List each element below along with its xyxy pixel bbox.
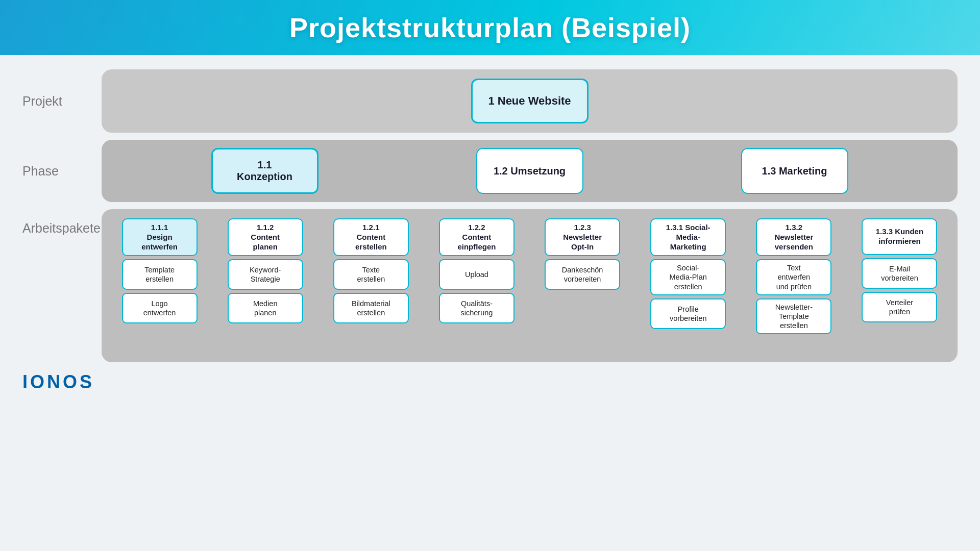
- wp-group-1-3-1: 1.3.1 Social-Media-Marketing Social-Medi…: [638, 218, 739, 329]
- phase-1-3-box: 1.3 Marketing: [741, 148, 848, 194]
- phase-1-2-box: 1.2 Umsetzung: [476, 148, 583, 194]
- phase-row: Phase 1.1Konzeption 1.2 Umsetzung 1.3 Ma…: [22, 140, 958, 202]
- wp-1-3-3-box: 1.3.3 Kundeninformieren: [862, 218, 937, 255]
- wp-1-2-3-box: 1.2.3NewsletterOpt-In: [545, 218, 620, 256]
- task-1-2-3-1: Dankeschönvorbereiten: [545, 259, 620, 290]
- arbeit-label: Arbeitspakete: [22, 209, 102, 236]
- wp-group-1-3-2: 1.3.2Newsletterversenden Textentwerfenun…: [743, 218, 845, 334]
- wp-1-3-1-box: 1.3.1 Social-Media-Marketing: [650, 218, 726, 256]
- projekt-box-text: 1 Neue Website: [488, 94, 571, 108]
- task-1-3-2-2: Newsletter-Templateerstellen: [756, 298, 831, 334]
- page-title: Projektstrukturplan (Beispiel): [289, 12, 691, 43]
- wp-group-1-1-2: 1.1.2Contentplanen Keyword-Strategie Med…: [214, 218, 316, 323]
- projekt-box: 1 Neue Website: [471, 79, 589, 123]
- task-1-3-1-1: Social-Media-Planerstellen: [650, 259, 726, 295]
- task-1-3-1-2: Profilevorbereiten: [650, 298, 726, 329]
- phase-1-1-box: 1.1Konzeption: [211, 148, 318, 194]
- wp-1-1-2-box: 1.1.2Contentplanen: [228, 218, 303, 256]
- task-1-2-2-1: Upload: [439, 259, 514, 290]
- wp-1-3-2-box: 1.3.2Newsletterversenden: [756, 218, 831, 256]
- phase-band: 1.1Konzeption 1.2 Umsetzung 1.3 Marketin…: [102, 140, 958, 202]
- task-1-3-3-1: E-Mailvorbereiten: [862, 258, 937, 289]
- wp-1-2-1-box: 1.2.1Contenterstellen: [333, 218, 409, 256]
- task-1-1-1-1: Templateerstellen: [122, 259, 198, 290]
- wp-group-1-2-2: 1.2.2Contenteinpflegen Upload Qualitäts-…: [426, 218, 527, 323]
- arbeit-band: 1.1.1Designentwerfen Templateerstellen L…: [102, 209, 958, 362]
- task-1-3-2-1: Textentwerfenund prüfen: [756, 259, 831, 295]
- wp-1-1-1-box: 1.1.1Designentwerfen: [122, 218, 198, 256]
- arbeit-row: Arbeitspakete 1.1.1Designentwerfen Templ…: [22, 209, 958, 362]
- task-1-2-2-2: Qualitäts-sicherung: [439, 293, 514, 323]
- wp-top-row: 1.1.1Designentwerfen Templateerstellen L…: [109, 218, 950, 334]
- phase-label: Phase: [22, 164, 102, 179]
- wp-group-1-2-3: 1.2.3NewsletterOpt-In Dankeschönvorberei…: [532, 218, 633, 290]
- task-1-1-1-2: Logoentwerfen: [122, 293, 198, 323]
- wp-group-1-2-1: 1.2.1Contenterstellen Texteerstellen Bil…: [320, 218, 422, 323]
- ionos-logo: IONOS: [22, 371, 94, 393]
- projekt-label: Projekt: [22, 94, 102, 109]
- task-1-1-2-1: Keyword-Strategie: [228, 259, 303, 290]
- task-1-2-1-2: Bildmaterialerstellen: [333, 293, 409, 323]
- wp-group-1-3-3: 1.3.3 Kundeninformieren E-Mailvorbereite…: [849, 218, 950, 322]
- projekt-band: 1 Neue Website: [102, 69, 958, 133]
- task-1-3-3-2: Verteilerprüfen: [862, 292, 937, 322]
- task-1-2-1-1: Texteerstellen: [333, 259, 409, 290]
- projekt-row: Projekt 1 Neue Website: [22, 69, 958, 133]
- wp-group-1-1-1: 1.1.1Designentwerfen Templateerstellen L…: [109, 218, 210, 323]
- header: Projektstrukturplan (Beispiel): [0, 0, 980, 55]
- task-1-1-2-2: Medienplanen: [228, 293, 303, 323]
- content-area: Projekt 1 Neue Website Phase 1.1Konzepti…: [0, 55, 980, 551]
- logo-row: IONOS: [22, 369, 958, 393]
- wp-1-2-2-box: 1.2.2Contenteinpflegen: [439, 218, 514, 256]
- page-wrapper: Projektstrukturplan (Beispiel) Projekt 1…: [0, 0, 980, 551]
